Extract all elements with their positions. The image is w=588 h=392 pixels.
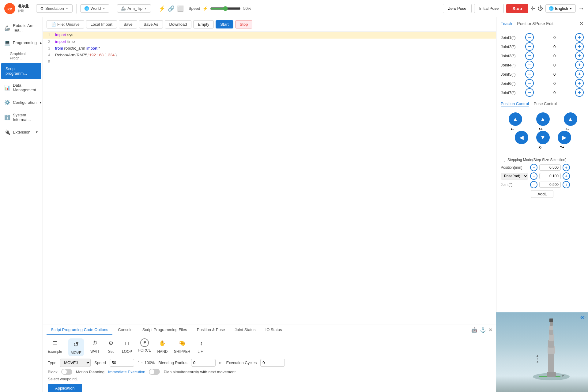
example-option[interactable]: ☰ Example bbox=[48, 338, 62, 356]
z-plus-button[interactable]: ▲ bbox=[509, 112, 522, 126]
blending-input[interactable] bbox=[191, 359, 216, 367]
close-bottom-btn[interactable]: ✕ bbox=[488, 327, 492, 333]
save-as-button[interactable]: Save As bbox=[139, 20, 163, 28]
start-button[interactable]: Start bbox=[216, 20, 233, 28]
anchor-icon-btn[interactable]: ⚓ bbox=[480, 327, 486, 333]
add1-button[interactable]: Add1 bbox=[531, 190, 553, 198]
x-minus-button[interactable]: ▼ bbox=[536, 131, 550, 144]
z-minus-button[interactable]: ▲ bbox=[564, 112, 577, 126]
separator2 bbox=[113, 4, 113, 13]
toolbar: 📄 File: Unsave Local Import Save Save As… bbox=[43, 17, 496, 32]
stop-top-button[interactable]: Stop bbox=[506, 4, 528, 13]
position-step-input[interactable] bbox=[539, 164, 561, 171]
joint1-minus-button[interactable]: − bbox=[525, 33, 534, 42]
block-toggle[interactable] bbox=[61, 369, 72, 375]
tab-io-status[interactable]: IO Status bbox=[261, 325, 286, 335]
force-icon: F bbox=[140, 338, 149, 347]
x-plus-button[interactable]: ▲ bbox=[536, 112, 550, 126]
execution-input[interactable] bbox=[260, 359, 285, 367]
joint3-plus-button[interactable]: + bbox=[575, 51, 584, 60]
position-control-tab[interactable]: Position Control bbox=[501, 101, 529, 107]
stepping-mode-checkbox[interactable] bbox=[501, 158, 505, 162]
joint7-minus-button[interactable]: − bbox=[525, 88, 534, 97]
code-editor[interactable]: 1 import sys 2 import time 3 from roboti… bbox=[43, 32, 496, 325]
top-right-actions: Zero Pose Initial Pose Stop ✛ ⏻ 🌐 Englis… bbox=[443, 4, 584, 13]
logout-button[interactable]: → bbox=[578, 5, 584, 12]
position-minus-button[interactable]: − bbox=[530, 164, 537, 171]
sidebar-item-programming[interactable]: 💻 Programming ▲ bbox=[0, 36, 43, 49]
type-select[interactable]: MOVEJ MOVEL MOVEC bbox=[60, 359, 91, 367]
y-minus-button[interactable]: ◀ bbox=[515, 131, 528, 144]
tab-joint-status[interactable]: Joint Status bbox=[231, 325, 260, 335]
joint-step-input[interactable] bbox=[539, 182, 561, 188]
position-plus-button[interactable]: + bbox=[563, 164, 570, 171]
pose-plus-button[interactable]: + bbox=[563, 172, 570, 180]
teach-tab[interactable]: Teach bbox=[501, 21, 512, 26]
empty-button[interactable]: Empty bbox=[193, 20, 214, 28]
joint3-minus-button[interactable]: − bbox=[525, 51, 534, 60]
tab-console[interactable]: Console bbox=[114, 325, 137, 335]
loop-option[interactable]: □ LOOP bbox=[122, 338, 132, 356]
world-button[interactable]: 🌐 World ▼ bbox=[80, 4, 110, 13]
simulation-mode-button[interactable]: ⚙ Simulation ▼ bbox=[36, 4, 73, 13]
tab-position-pose[interactable]: Position & Pose bbox=[193, 325, 229, 335]
arm-tip-button[interactable]: 🦾 Arm_Tip ▼ bbox=[117, 4, 151, 13]
pose-edit-tab[interactable]: Position&Pose Edit bbox=[517, 21, 553, 26]
sidebar-item-system-info[interactable]: ℹ️ System Informat... bbox=[0, 109, 43, 126]
joint-minus-button[interactable]: − bbox=[530, 181, 537, 188]
tab-script-files[interactable]: Script Programming Files bbox=[138, 325, 191, 335]
data-mgmt-icon: 📊 bbox=[4, 85, 10, 91]
initial-pose-button[interactable]: Initial Pose bbox=[474, 4, 504, 13]
move-option[interactable]: ↺ MOVE bbox=[68, 338, 84, 356]
joint7-plus-button[interactable]: + bbox=[575, 88, 584, 97]
bottom-content: ☰ Example ↺ MOVE ⏱ WAIT ⚙ Set bbox=[43, 335, 496, 392]
stop-button[interactable]: Stop bbox=[235, 20, 253, 28]
separator3 bbox=[155, 4, 155, 13]
immediate-execution-link[interactable]: Immediate Execution bbox=[108, 370, 145, 374]
sidebar-item-graphical[interactable]: Graphical Progr... bbox=[0, 49, 43, 63]
pose-step-input[interactable] bbox=[539, 173, 561, 179]
speed-input[interactable] bbox=[110, 359, 134, 367]
sidebar-item-extension[interactable]: 🔌 Extension ▼ bbox=[0, 126, 43, 139]
sidebar-item-config[interactable]: ⚙️ Configuration ▼ bbox=[0, 96, 43, 109]
joint4-plus-button[interactable]: + bbox=[575, 61, 584, 69]
file-button[interactable]: 📄 File: Unsave bbox=[47, 20, 84, 28]
speed-slider[interactable] bbox=[210, 6, 241, 11]
set-option[interactable]: ⚙ Set bbox=[106, 338, 116, 356]
sidebar-item-data-mgmt[interactable]: 📊 Data Management bbox=[0, 79, 43, 96]
application-button[interactable]: Application bbox=[48, 384, 82, 392]
joint4-label: Joint4(°) bbox=[501, 63, 525, 67]
pose-minus-button[interactable]: − bbox=[530, 172, 537, 180]
pose-select[interactable]: Pose(rad) Pose(deg) bbox=[501, 173, 528, 179]
joint6-minus-button[interactable]: − bbox=[525, 79, 534, 88]
close-right-panel-button[interactable]: ✕ bbox=[579, 20, 584, 27]
pose-control-tab[interactable]: Pose Control bbox=[534, 101, 557, 107]
joint5-plus-button[interactable]: + bbox=[575, 70, 584, 78]
sidebar-item-robotic-arm[interactable]: 🦾 Robotic Arm Tea... bbox=[0, 20, 43, 36]
immediate-toggle[interactable] bbox=[149, 369, 160, 375]
robot-icon-btn[interactable]: 🤖 bbox=[471, 327, 477, 333]
lift-option[interactable]: ↕ LIFT bbox=[196, 338, 206, 356]
joint2-plus-button[interactable]: + bbox=[575, 42, 584, 51]
zero-pose-button[interactable]: Zero Pose bbox=[443, 4, 472, 13]
gripper-option[interactable]: 🤏 GRIPPER bbox=[174, 338, 190, 356]
top-bar: RM 睿尔曼 智能 ⚙ Simulation ▼ 🌐 World ▼ 🦾 Arm… bbox=[0, 0, 588, 17]
language-button[interactable]: 🌐 English ▼ bbox=[545, 4, 576, 13]
joint6-plus-button[interactable]: + bbox=[575, 79, 584, 88]
force-option[interactable]: F FORCE bbox=[138, 338, 151, 356]
local-import-button[interactable]: Local Import bbox=[86, 20, 117, 28]
joint5-minus-button[interactable]: − bbox=[525, 70, 534, 78]
joint2-minus-button[interactable]: − bbox=[525, 42, 534, 51]
save-button[interactable]: Save bbox=[119, 20, 137, 28]
extension-icon: 🔌 bbox=[4, 129, 10, 135]
joint-plus-button[interactable]: + bbox=[563, 181, 570, 188]
joint-step-label: Joint(°) bbox=[501, 183, 528, 187]
joint4-minus-button[interactable]: − bbox=[525, 61, 534, 69]
download-button[interactable]: Download bbox=[165, 20, 192, 28]
wait-option[interactable]: ⏱ WAIT bbox=[90, 338, 100, 356]
tab-script-options[interactable]: Script Programing Code Options bbox=[47, 325, 112, 335]
y-plus-button[interactable]: ▶ bbox=[558, 131, 571, 144]
hand-option[interactable]: ✋ HAND bbox=[157, 338, 168, 356]
joint1-plus-button[interactable]: + bbox=[575, 33, 584, 42]
sidebar-item-script[interactable]: Script programm... bbox=[1, 63, 41, 79]
